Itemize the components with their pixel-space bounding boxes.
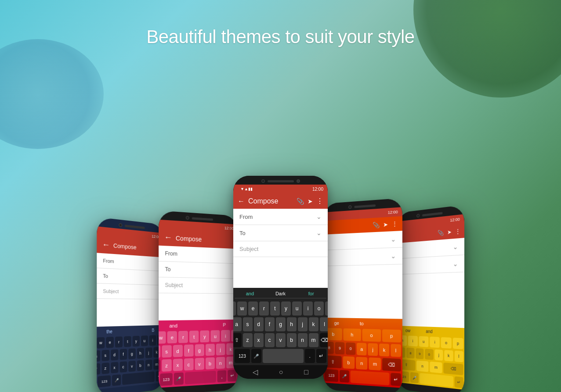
key-space-2[interactable] xyxy=(185,371,216,385)
key-v-3[interactable]: v xyxy=(276,333,286,347)
back-icon-2[interactable]: ← xyxy=(164,232,172,242)
key-c-1[interactable]: c xyxy=(119,361,127,373)
key-j-5[interactable]: j xyxy=(434,349,443,361)
back-icon-1[interactable]: ← xyxy=(102,240,110,250)
subject-field-3[interactable]: Subject xyxy=(233,241,328,257)
key-enter-5[interactable]: ↵ xyxy=(454,376,463,388)
key-b-1[interactable]: b xyxy=(137,360,144,371)
key-c-3[interactable]: c xyxy=(265,333,275,347)
attach-icon-3[interactable]: 📎 xyxy=(297,198,304,205)
key-e-3[interactable]: e xyxy=(248,301,258,316)
more-icon-4[interactable]: ⋮ xyxy=(391,220,398,228)
key-swift-1[interactable]: 🎤 xyxy=(112,374,121,386)
nav-recent-3[interactable]: □ xyxy=(304,368,308,376)
key-j-4[interactable]: j xyxy=(368,343,378,356)
compose-body-1[interactable] xyxy=(97,299,164,327)
key-r-3[interactable]: r xyxy=(259,301,269,316)
key-h-2[interactable]: h xyxy=(205,344,214,356)
key-n-3[interactable]: n xyxy=(298,333,308,347)
key-f-3[interactable]: f xyxy=(265,317,275,331)
key-b-3[interactable]: b xyxy=(287,333,297,347)
key-mic-4[interactable]: 🎤 xyxy=(340,370,349,383)
key-s-3[interactable]: s xyxy=(243,317,253,331)
compose-body-5[interactable] xyxy=(397,272,464,328)
key-t-2[interactable]: t xyxy=(189,330,199,343)
key-a-4[interactable]: a xyxy=(357,343,366,356)
key-w-3[interactable]: w xyxy=(237,301,247,316)
key-k-4[interactable]: k xyxy=(379,344,389,356)
key-b-2[interactable]: b xyxy=(205,357,214,370)
key-x-1[interactable]: x xyxy=(111,362,118,373)
key-shift-1[interactable]: ⇧ xyxy=(97,363,100,375)
more-icon-5[interactable]: ⋮ xyxy=(455,228,461,235)
key-m-3[interactable]: m xyxy=(309,333,319,347)
key-num8-5[interactable]: 8 xyxy=(407,348,415,359)
key-space-4[interactable] xyxy=(350,370,389,385)
send-icon-5[interactable]: ➤ xyxy=(447,229,452,235)
key-f-2[interactable]: f xyxy=(184,345,193,357)
key-k-3[interactable]: k xyxy=(309,317,319,331)
key-p-3[interactable]: p xyxy=(325,301,328,316)
key-m-4[interactable]: m xyxy=(369,357,381,370)
key-v-1[interactable]: v xyxy=(128,361,136,372)
key-y-1[interactable]: y xyxy=(133,336,140,347)
compose-body-2[interactable] xyxy=(159,293,238,320)
key-v-2[interactable]: v xyxy=(195,358,204,370)
key-n-4[interactable]: n xyxy=(356,357,368,370)
key-g-2[interactable]: g xyxy=(195,344,204,356)
key-u-3[interactable]: u xyxy=(292,301,302,316)
from-field-2[interactable]: From xyxy=(159,246,238,264)
key-a-3[interactable]: a xyxy=(233,317,242,331)
key-swift-3[interactable]: 🎤 xyxy=(251,349,261,363)
key-del-3[interactable]: ⌫ xyxy=(320,333,328,347)
compose-body-3[interactable] xyxy=(233,257,328,288)
key-e-1[interactable]: e xyxy=(106,337,114,348)
key-r-1[interactable]: r xyxy=(115,337,123,348)
subject-field-1[interactable]: Subject xyxy=(97,283,164,299)
key-t-3[interactable]: t xyxy=(270,301,280,316)
key-i-2[interactable]: i xyxy=(221,330,230,342)
key-l-5[interactable]: l xyxy=(454,351,463,363)
key-n-1[interactable]: n xyxy=(145,359,152,370)
key-i-5[interactable]: i xyxy=(408,336,418,347)
key-y-3[interactable]: y xyxy=(281,301,291,316)
key-u-1[interactable]: u xyxy=(141,335,148,346)
key-i-1[interactable]: i xyxy=(149,335,156,346)
key-enter-3[interactable]: ↵ xyxy=(316,349,326,363)
key-period-3[interactable]: . xyxy=(305,349,315,363)
key-i-3[interactable]: i xyxy=(303,301,313,316)
key-enter-4[interactable]: ↵ xyxy=(391,373,401,386)
key-num0-4[interactable]: 0 xyxy=(346,342,355,355)
key-u-2[interactable]: u xyxy=(210,330,220,342)
attach-icon-5[interactable]: 📎 xyxy=(438,229,444,236)
key-g-1[interactable]: g xyxy=(128,348,136,359)
key-space-3[interactable] xyxy=(263,349,304,363)
key-u-5[interactable]: u xyxy=(419,336,428,347)
subject-field-2[interactable]: Subject xyxy=(159,277,238,294)
key-y-2[interactable]: y xyxy=(200,330,209,343)
key-f-1[interactable]: f xyxy=(119,349,127,360)
key-j-2[interactable]: j xyxy=(216,343,225,355)
key-p-4[interactable]: p xyxy=(382,329,401,342)
key-123-4[interactable]: 123 xyxy=(325,369,339,382)
key-mic-5[interactable]: 🎤 xyxy=(410,372,418,384)
key-h-3[interactable]: h xyxy=(287,317,297,331)
to-field-2[interactable]: To xyxy=(159,261,238,279)
key-i2-5[interactable]: i xyxy=(430,337,440,348)
key-shift-2[interactable]: ⇧ xyxy=(159,359,160,372)
key-x-2[interactable]: x xyxy=(173,359,182,371)
key-s-1[interactable]: s xyxy=(101,350,109,361)
attach-icon-4[interactable]: 📎 xyxy=(373,221,380,229)
key-swift-2[interactable]: 🎤 xyxy=(174,372,183,385)
key-d-2[interactable]: d xyxy=(173,345,182,357)
key-del-5[interactable]: ⌫ xyxy=(444,363,463,375)
key-del-4[interactable]: ⌫ xyxy=(382,358,401,372)
key-z-2[interactable]: z xyxy=(162,359,171,372)
key-num9-5[interactable]: 9 xyxy=(416,348,423,359)
key-d-3[interactable]: d xyxy=(254,317,264,331)
key-d-1[interactable]: d xyxy=(111,349,118,361)
key-k-5[interactable]: k xyxy=(444,350,453,361)
send-icon-4[interactable]: ➤ xyxy=(383,221,388,228)
nav-back-3[interactable]: ◁ xyxy=(253,368,258,376)
key-x-3[interactable]: x xyxy=(254,333,264,347)
